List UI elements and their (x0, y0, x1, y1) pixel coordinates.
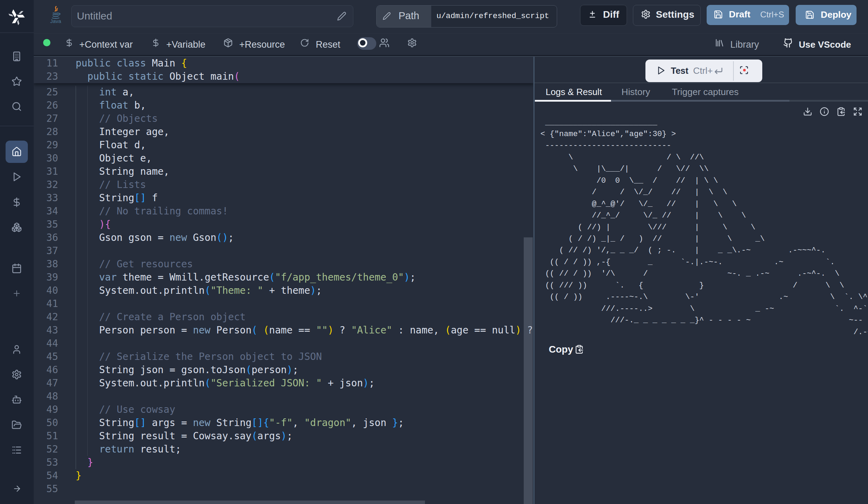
svg-text:Java: Java (50, 18, 61, 24)
